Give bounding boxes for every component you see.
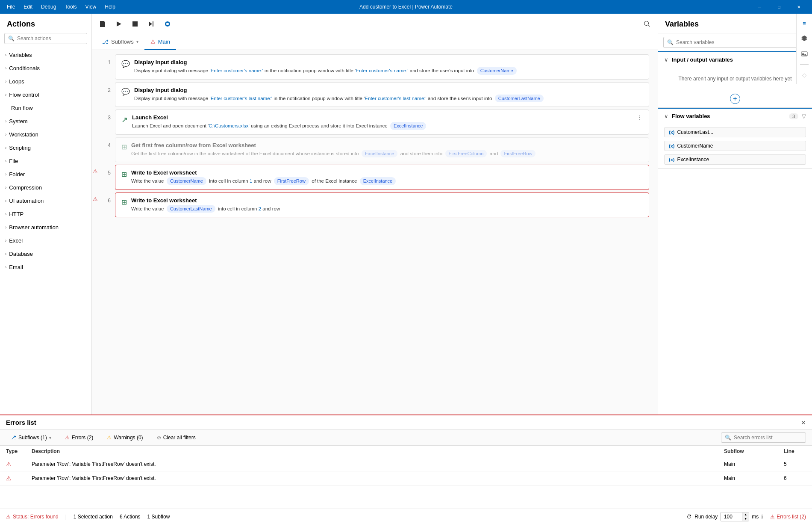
clear-filters-button[interactable]: ⊘ Clear all filters [153, 433, 200, 442]
group-browser-automation[interactable]: › Browser automation [0, 221, 91, 234]
titlebar-menus: File Edit Debug Tools View Help [3, 2, 119, 12]
tab-subflows[interactable]: ⎇ Subflows ▾ [96, 34, 144, 50]
step-card[interactable]: 💬 Display input dialog Display input dia… [115, 54, 649, 80]
next-step-button[interactable] [145, 18, 158, 30]
run-delay-value[interactable] [721, 512, 742, 521]
group-loops[interactable]: › Loops [0, 75, 91, 88]
toolbar-search-button[interactable] [641, 18, 653, 30]
debug-menu[interactable]: Debug [38, 2, 59, 12]
errors-filter-button[interactable]: ⚠ Errors (2) [61, 433, 98, 442]
variables-search-input[interactable] [676, 39, 803, 45]
variable-item-customername[interactable]: (x) CustomerName [664, 141, 806, 151]
chevron-icon: › [5, 212, 6, 216]
add-input-output-button[interactable]: + [730, 94, 740, 104]
variable-name-customerlast: CustomerLast... [677, 129, 713, 135]
group-database-label: Database [9, 251, 33, 257]
error-icon: ⚠ [6, 461, 12, 468]
error-line-cell: 5 [778, 457, 812, 471]
window-controls: ─ □ ✕ [750, 0, 809, 14]
group-system-label: System [9, 118, 27, 124]
group-email[interactable]: › Email [0, 261, 91, 274]
variable-item-excelinstance[interactable]: (x) ExcelInstance [664, 154, 806, 165]
group-variables[interactable]: › Variables [0, 48, 91, 62]
step-card[interactable]: ↗ Launch Excel Launch Excel and open doc… [115, 110, 649, 135]
stop-button[interactable] [129, 18, 141, 30]
warnings-filter-button[interactable]: ⚠ Warnings (0) [103, 433, 147, 442]
group-http-label: HTTP [9, 211, 24, 217]
image-icon[interactable] [798, 48, 810, 60]
edit-menu[interactable]: Edit [20, 2, 36, 12]
view-menu[interactable]: View [82, 2, 100, 12]
group-database[interactable]: › Database [0, 247, 91, 261]
group-http[interactable]: › HTTP [0, 207, 91, 221]
statusbar: ⚠ Status: Errors found | 1 Selected acti… [0, 509, 812, 524]
chevron-icon: › [5, 119, 6, 124]
error-row-1[interactable]: ⚠ Parameter 'Row': Variable 'FirstFreeRo… [0, 457, 812, 471]
group-excel[interactable]: › Excel [0, 234, 91, 247]
separator: | [65, 514, 67, 520]
flow-variables-list: (x) CustomerLast... (x) CustomerName (x)… [658, 124, 812, 168]
warning-icon: ⚠ [107, 435, 112, 441]
errors-search-box[interactable]: 🔍 [721, 432, 806, 443]
group-folder[interactable]: › Folder [0, 168, 91, 181]
step-content: Display input dialog Display input dialo… [134, 59, 643, 75]
minimize-button[interactable]: ─ [750, 0, 769, 14]
group-ui-automation[interactable]: › UI automation [0, 194, 91, 207]
spinner-down-button[interactable]: ▼ [742, 517, 749, 521]
collapse-icon: ∨ [664, 56, 668, 63]
errors-header: Errors list ✕ [0, 415, 812, 430]
step-card[interactable]: 💬 Display input dialog Display input dia… [115, 82, 649, 107]
error-icon: ⚠ [6, 514, 11, 520]
step-content: Write to Excel worksheet Write the value… [131, 197, 643, 213]
record-button[interactable] [161, 18, 174, 30]
subflows-filter-button[interactable]: ⎇ Subflows (1) ▾ [6, 433, 56, 442]
errors-close-button[interactable]: ✕ [801, 419, 806, 426]
flow-variables-header[interactable]: ∨ Flow variables 3 ▽ [658, 109, 812, 124]
group-conditionals-label: Conditionals [9, 65, 40, 71]
run-delay-input[interactable]: ▲ ▼ [720, 512, 749, 521]
variables-search-box[interactable]: 🔍 [663, 37, 807, 48]
search-icon: 🔍 [725, 435, 731, 441]
spinner-up-button[interactable]: ▲ [742, 512, 749, 517]
step-card[interactable]: ⊞ Get first free column/row from Excel w… [115, 137, 649, 163]
variables-panel-icon[interactable]: ≡ [798, 17, 810, 29]
error-row-2[interactable]: ⚠ Parameter 'Row': Variable 'FirstFreeRo… [0, 471, 812, 486]
errors-search-input[interactable] [734, 435, 802, 441]
maximize-button[interactable]: □ [769, 0, 789, 14]
actions-search-input[interactable] [17, 36, 83, 41]
chevron-down-icon: ▾ [136, 39, 138, 44]
group-flow-control[interactable]: › Flow control [0, 88, 91, 101]
step-card[interactable]: ⊞ Write to Excel worksheet Write the val… [115, 192, 649, 218]
group-conditionals[interactable]: › Conditionals [0, 62, 91, 75]
file-menu[interactable]: File [3, 2, 18, 12]
actions-list: › Variables › Conditionals › Loops › Flo… [0, 48, 91, 414]
step-title: Write to Excel worksheet [131, 197, 643, 204]
close-button[interactable]: ✕ [789, 0, 809, 14]
step-card[interactable]: ⊞ Write to Excel worksheet Write the val… [115, 165, 649, 190]
input-output-section-header[interactable]: ∨ Input / output variables 0 [658, 52, 812, 67]
filter-icon[interactable]: ▽ [802, 113, 806, 119]
errors-list-link[interactable]: ⚠ Errors list (2) [770, 514, 806, 520]
group-file-label: File [9, 158, 18, 164]
main-container: Actions 🔍 › Variables › Conditionals › L… [0, 14, 812, 524]
variable-item-customerlast[interactable]: (x) CustomerLast... [664, 127, 806, 137]
tab-main[interactable]: ⚠ Main [144, 34, 176, 50]
run-button[interactable] [112, 18, 125, 30]
help-menu[interactable]: Help [101, 2, 119, 12]
group-run-flow[interactable]: Run flow [0, 101, 91, 115]
group-compression[interactable]: › Compression [0, 181, 91, 194]
step-row: 1 💬 Display input dialog Display input d… [100, 54, 649, 80]
group-workstation[interactable]: › Workstation [0, 128, 91, 141]
group-scripting[interactable]: › Scripting [0, 141, 91, 154]
step-menu-button[interactable]: ⋮ [637, 114, 643, 121]
dialog-icon: 💬 [121, 60, 130, 68]
group-system[interactable]: › System [0, 115, 91, 128]
search-icon: 🔍 [8, 36, 15, 41]
actions-count: 6 Actions [120, 514, 141, 520]
tools-menu[interactable]: Tools [61, 2, 80, 12]
actions-search-box[interactable]: 🔍 [4, 33, 87, 44]
save-button[interactable] [96, 18, 109, 30]
layers-icon[interactable] [798, 33, 810, 44]
run-delay-label: Run delay [694, 514, 718, 520]
group-file[interactable]: › File [0, 154, 91, 168]
